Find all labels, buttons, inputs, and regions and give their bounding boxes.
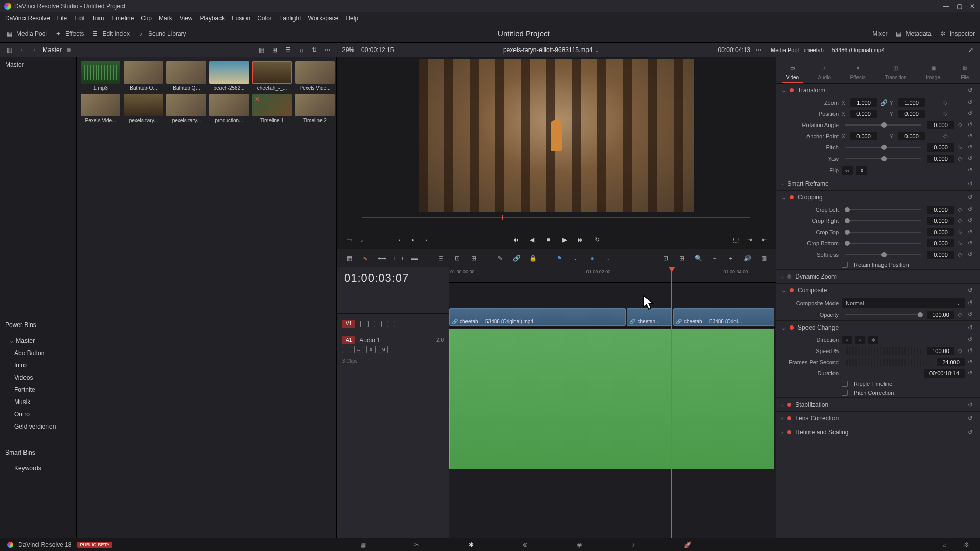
video-clip[interactable]: 🔗cheetah_-_53486 (Original).mp4	[449, 308, 626, 326]
viewer-scrubber[interactable]	[362, 214, 750, 221]
menu-item[interactable]: Mark	[159, 15, 173, 22]
cropping-header[interactable]: ⌄Cropping↺	[776, 191, 980, 204]
thumb-view-icon[interactable]: ▦	[257, 46, 265, 54]
lock-track-icon[interactable]	[360, 321, 369, 327]
loop-icon[interactable]: ↻	[593, 235, 602, 244]
maximize-button[interactable]: ▢	[955, 3, 963, 10]
bin-item[interactable]: Outro	[0, 408, 76, 420]
pitch-slider[interactable]	[845, 147, 921, 148]
crop-bottom-field[interactable]: 0.000	[927, 239, 954, 247]
composite-mode-select[interactable]: Normal⌄	[842, 298, 965, 308]
zoom-custom-icon[interactable]: 🔍	[693, 253, 703, 263]
timeline-options-icon[interactable]: ▥	[758, 253, 769, 263]
out-point-icon[interactable]: ⇤	[760, 235, 769, 244]
media-clip-thumb[interactable]: production...	[209, 94, 249, 123]
timeline-ruler[interactable]: 01:00:00:00 01:00:02:00 01:00:04:00	[449, 267, 776, 283]
video-clip[interactable]: 🔗cheetah_-_53486 (Origi...	[673, 308, 774, 326]
sort-icon[interactable]: ⇅	[310, 46, 318, 54]
inspector-tab-video[interactable]: ▭Video	[782, 61, 803, 83]
softness-field[interactable]: 0.000	[927, 251, 954, 259]
lens-correction-header[interactable]: ›Lens Correction↺	[776, 412, 980, 425]
media-clip-thumb[interactable]: Pexels Vide...	[295, 61, 335, 91]
view-mode-icon[interactable]: ▭	[344, 235, 353, 244]
v1-badge[interactable]: V1	[342, 320, 355, 328]
media-pool-toggle[interactable]: ▦Media Pool	[5, 30, 47, 38]
inspector-tab-effects[interactable]: ✦Effects	[846, 61, 869, 83]
crop-left-field[interactable]: 0.000	[927, 206, 954, 214]
crop-left-slider[interactable]	[845, 209, 921, 210]
direction-rev-button[interactable]: «	[855, 336, 865, 344]
list-view-icon[interactable]: ☰	[284, 46, 292, 54]
kf-icon[interactable]: ◇	[943, 110, 950, 117]
pitch-correction-checkbox[interactable]	[842, 390, 848, 396]
close-button[interactable]: ✕	[969, 3, 976, 10]
bin-item[interactable]: Geld verdienen	[0, 420, 76, 433]
reset-icon[interactable]: ↺	[968, 121, 975, 129]
search-icon[interactable]: ⌕	[297, 46, 305, 54]
video-track[interactable]: 🔗cheetah_-_53486 (Original).mp4 🔗cheetah…	[449, 307, 776, 328]
match-frame-icon[interactable]: ⬚	[731, 235, 740, 244]
zoom-fit-icon[interactable]: ⊡	[660, 253, 671, 263]
media-clip-thumb[interactable]: pexels-tary...	[124, 94, 163, 123]
crop-right-slider[interactable]	[845, 220, 921, 221]
fairlight-page-icon[interactable]: ♪	[627, 540, 640, 549]
menu-item[interactable]: Help	[346, 15, 358, 22]
reset-icon[interactable]: ↺	[968, 87, 975, 94]
marker-chevron-icon[interactable]: ⌄	[603, 253, 614, 263]
menu-item[interactable]: Color	[257, 15, 272, 22]
media-clip-thumb[interactable]: 1.mp3	[81, 61, 120, 91]
flip-v-button[interactable]: ⇕	[856, 166, 867, 175]
softness-slider[interactable]	[845, 254, 921, 255]
master-bin[interactable]: Master	[0, 57, 76, 72]
speed-change-header[interactable]: ⌄Speed Change↺	[776, 321, 980, 334]
prev-frame-icon[interactable]: ◀	[527, 235, 536, 244]
media-page-icon[interactable]: ▦	[356, 540, 370, 549]
menu-item[interactable]: Clip	[141, 15, 152, 22]
menu-item[interactable]: Trim	[92, 15, 104, 22]
lock-icon[interactable]: 🔒	[528, 253, 538, 263]
yaw-field[interactable]: 0.000	[927, 155, 954, 163]
blade-edit-icon[interactable]: ✎	[495, 253, 505, 263]
nav-back-icon[interactable]: ‹	[18, 45, 26, 55]
settings-icon[interactable]: ⚙	[960, 540, 973, 549]
audio-monitor-icon[interactable]: 🔊	[742, 253, 752, 263]
reset-icon[interactable]: ↺	[968, 167, 975, 174]
link-icon[interactable]: 🔗	[511, 253, 522, 263]
media-clip-thumb[interactable]: Timeline 2	[295, 94, 335, 123]
reset-icon[interactable]: ↺	[968, 133, 975, 140]
view-mode-chevron-icon[interactable]: ⌄	[357, 235, 366, 244]
edit-index-toggle[interactable]: ☰Edit Index	[91, 30, 130, 38]
crop-top-slider[interactable]	[845, 232, 921, 233]
bin-item[interactable]: Intro	[0, 359, 76, 371]
transform-header[interactable]: ⌄Transform↺	[776, 84, 980, 97]
mixer-toggle[interactable]: ⫿⫿Mixer	[861, 30, 887, 38]
inspector-tab-transition[interactable]: ◫Transition	[880, 61, 911, 83]
media-clip-thumb[interactable]: cheetah_-_...	[252, 61, 292, 91]
blade-tool-icon[interactable]: ▬	[409, 253, 420, 263]
media-clip-thumb[interactable]: beach-2562...	[209, 61, 249, 91]
viewer-clip-name[interactable]: pexels-taryn-elliott-9683115.mp4 ⌄	[503, 46, 599, 54]
video-track-header[interactable]: V1	[337, 313, 449, 334]
fps-wheel[interactable]	[845, 359, 931, 366]
a1-badge[interactable]: A1	[342, 336, 355, 344]
dynamic-zoom-header[interactable]: ›Dynamic Zoom	[776, 270, 980, 283]
nav-fwd-icon[interactable]: ›	[31, 45, 38, 55]
retime-header[interactable]: ›Retime and Scaling↺	[776, 425, 980, 439]
viewer-more-icon[interactable]: ⋯	[754, 46, 763, 54]
media-clip-thumb[interactable]: Bathtub O...	[124, 61, 163, 91]
anchor-x-field[interactable]: 0.000	[850, 132, 877, 140]
insert-clip-icon[interactable]: ⊟	[436, 253, 446, 263]
video-clip[interactable]: 🔗cheetah...	[627, 308, 673, 326]
auto-select-icon[interactable]	[374, 321, 382, 327]
inspector-toggle[interactable]: ✲Inspector	[939, 30, 975, 38]
kf-icon[interactable]: ◇	[943, 99, 950, 106]
zoom-out-icon[interactable]: −	[709, 253, 720, 263]
zoom-in-icon[interactable]: +	[726, 253, 736, 263]
retain-position-checkbox[interactable]	[842, 262, 848, 268]
solo-icon[interactable]: S	[366, 346, 376, 353]
mute-icon[interactable]: M	[379, 346, 388, 353]
media-clip-thumb[interactable]: Bathtub Q...	[166, 61, 206, 91]
crop-right-field[interactable]: 0.000	[927, 217, 954, 225]
inspector-tab-image[interactable]: ▣Image	[922, 61, 944, 83]
dynamic-trim-icon[interactable]: ⊏⊐	[393, 253, 403, 263]
